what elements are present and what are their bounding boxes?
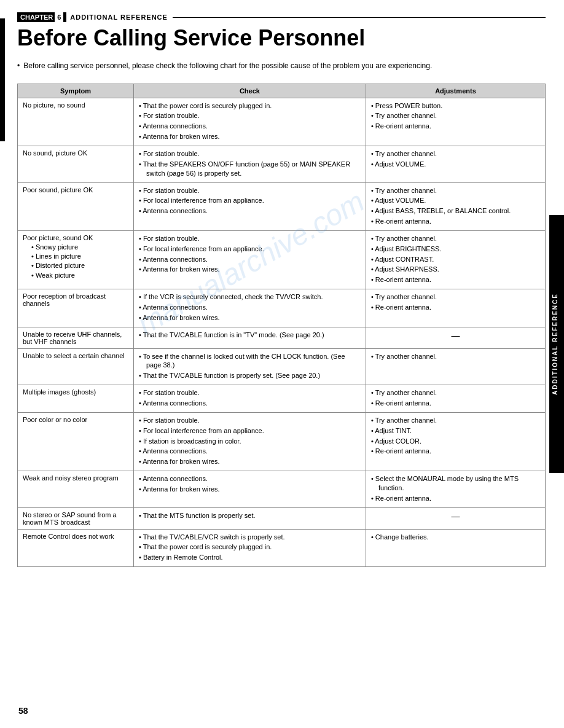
troubleshooting-table: Symptom Check Adjustments No picture, no… bbox=[17, 84, 546, 568]
table-row: No stereo or SAP sound from a known MTS … bbox=[18, 507, 546, 529]
symptom-cell: Weak and noisy stereo program bbox=[18, 471, 134, 508]
symptom-cell: Poor color or no color bbox=[18, 412, 134, 471]
check-cell: If the VCR is securely connected, check … bbox=[133, 289, 366, 327]
symptom-cell: Unable to select a certain channel bbox=[18, 348, 134, 385]
symptom-cell: No stereo or SAP sound from a known MTS … bbox=[18, 507, 134, 529]
table-row: Unable to select a certain channelTo see… bbox=[18, 348, 546, 385]
chapter-header: CHAPTER 6 ADDITIONAL REFERENCE bbox=[17, 12, 546, 22]
check-cell: To see if the channel is locked out with… bbox=[133, 348, 366, 385]
symptom-cell: No sound, picture OK bbox=[18, 146, 134, 182]
col-check: Check bbox=[133, 84, 366, 98]
table-row: Weak and noisy stereo programAntenna con… bbox=[18, 471, 546, 508]
col-symptom: Symptom bbox=[18, 84, 134, 98]
page-number: 58 bbox=[18, 706, 28, 716]
intro-text: •Before calling service personnel, pleas… bbox=[17, 60, 546, 71]
check-cell: That the TV/CABLE/VCR switch is properly… bbox=[133, 529, 366, 567]
adjust-cell: — bbox=[366, 327, 545, 348]
table-row: No picture, no soundThat the power cord … bbox=[18, 98, 546, 146]
adjust-cell: Press POWER button.Try another channel.R… bbox=[366, 98, 545, 146]
table-row: Remote Control does not workThat the TV/… bbox=[18, 529, 546, 567]
adjust-cell: Try another channel.Re-orient antenna. bbox=[366, 385, 545, 413]
left-accent-bar bbox=[0, 18, 5, 141]
main-content: CHAPTER 6 ADDITIONAL REFERENCE Before Ca… bbox=[5, 0, 564, 728]
adjust-cell: Change batteries. bbox=[366, 529, 545, 567]
adjust-cell: Try another channel.Adjust TINT.Adjust C… bbox=[366, 412, 545, 471]
symptom-cell: Unable to receive UHF channels, but VHF … bbox=[18, 327, 134, 348]
check-cell: That the MTS function is properly set. bbox=[133, 507, 366, 529]
check-cell: For station trouble.That the SPEAKERS ON… bbox=[133, 146, 366, 182]
table-row: Poor reception of broadcast channelsIf t… bbox=[18, 289, 546, 327]
adjust-cell: Select the MONAURAL mode by using the MT… bbox=[366, 471, 545, 508]
check-cell: That the power cord is securely plugged … bbox=[133, 98, 366, 146]
adjust-cell: Try another channel. bbox=[366, 348, 545, 385]
sidebar-additional-reference: ADDITIONAL REFERENCE bbox=[549, 215, 564, 473]
symptom-cell: Poor reception of broadcast channels bbox=[18, 289, 134, 327]
adjust-cell: Try another channel.Adjust BRIGHTNESS.Ad… bbox=[366, 230, 545, 289]
check-cell: For station trouble.For local interferen… bbox=[133, 182, 366, 230]
check-cell: For station trouble.Antenna connections. bbox=[133, 385, 366, 413]
table-row: Unable to receive UHF channels, but VHF … bbox=[18, 327, 546, 348]
page-title: Before Calling Service Personnel bbox=[17, 26, 546, 50]
check-cell: That the TV/CABLE function is in "TV" mo… bbox=[133, 327, 366, 348]
symptom-cell: Poor sound, picture OK bbox=[18, 182, 134, 230]
table-row: Poor picture, sound OKSnowy pictureLines… bbox=[18, 230, 546, 289]
adjust-cell: Try another channel.Re-orient antenna. bbox=[366, 289, 545, 327]
table-row: Poor color or no colorFor station troubl… bbox=[18, 412, 546, 471]
table-row: Multiple images (ghosts)For station trou… bbox=[18, 385, 546, 413]
adjust-cell: Try another channel.Adjust VOLUME. bbox=[366, 146, 545, 182]
chapter-title: ADDITIONAL REFERENCE bbox=[70, 14, 168, 21]
col-adjustments: Adjustments bbox=[366, 84, 545, 98]
adjust-cell: — bbox=[366, 507, 545, 529]
symptom-cell: Poor picture, sound OKSnowy pictureLines… bbox=[18, 230, 134, 289]
adjust-cell: Try another channel.Adjust VOLUME.Adjust… bbox=[366, 182, 545, 230]
chapter-line bbox=[173, 17, 546, 18]
chapter-label: CHAPTER 6 bbox=[17, 12, 66, 22]
symptom-cell: Remote Control does not work bbox=[18, 529, 134, 567]
table-row: No sound, picture OKFor station trouble.… bbox=[18, 146, 546, 182]
symptom-cell: Multiple images (ghosts) bbox=[18, 385, 134, 413]
table-row: Poor sound, picture OKFor station troubl… bbox=[18, 182, 546, 230]
symptom-cell: No picture, no sound bbox=[18, 98, 134, 146]
check-cell: Antenna connections.Antenna for broken w… bbox=[133, 471, 366, 508]
check-cell: For station trouble.For local interferen… bbox=[133, 230, 366, 289]
check-cell: For station trouble.For local interferen… bbox=[133, 412, 366, 471]
